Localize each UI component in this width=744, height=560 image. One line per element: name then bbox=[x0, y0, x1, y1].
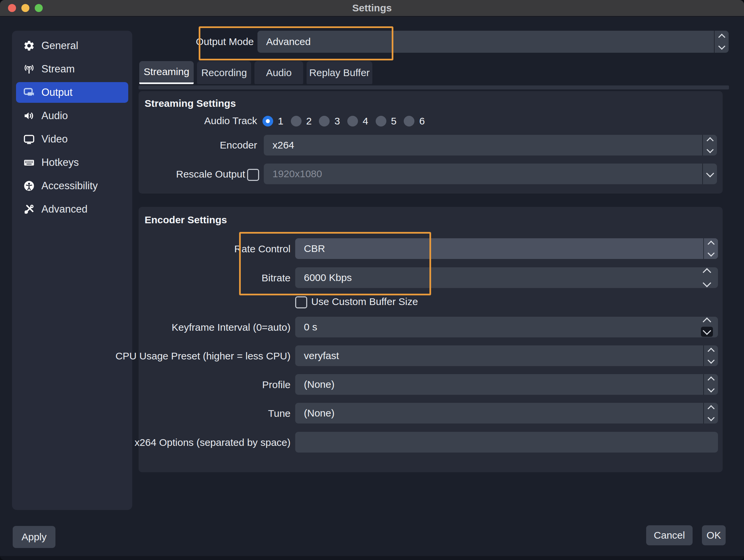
titlebar: Settings bbox=[0, 0, 744, 17]
radio-icon bbox=[404, 116, 414, 126]
keyframe-interval-label: Keyframe Interval (0=auto) bbox=[100, 321, 291, 333]
cpu-usage-preset-select[interactable]: veryfast bbox=[295, 346, 718, 366]
profile-value: (None) bbox=[304, 374, 335, 395]
keyboard-icon bbox=[23, 156, 35, 169]
output-mode-select[interactable]: Advanced bbox=[257, 31, 729, 53]
encoder-value: x264 bbox=[272, 135, 294, 156]
window-title: Settings bbox=[0, 0, 744, 16]
rate-control-value: CBR bbox=[304, 238, 325, 259]
radio-icon bbox=[376, 116, 386, 126]
audio-track-label: Audio Track bbox=[147, 115, 257, 127]
chevron-updown-icon bbox=[703, 403, 718, 424]
radio-icon bbox=[319, 116, 330, 126]
audio-track-1[interactable]: 1 bbox=[262, 116, 284, 127]
sidebar-item-label: Output bbox=[41, 86, 72, 98]
tab-divider bbox=[139, 85, 729, 89]
sidebar-item-output[interactable]: Output bbox=[16, 82, 128, 103]
streaming-settings-title: Streaming Settings bbox=[145, 98, 236, 109]
rescale-output-value: 1920x1080 bbox=[272, 163, 322, 184]
accessibility-icon bbox=[23, 179, 35, 192]
rate-control-label: Rate Control bbox=[100, 243, 291, 255]
sidebar-item-accessibility[interactable]: Accessibility bbox=[16, 175, 128, 196]
encoder-settings-title: Encoder Settings bbox=[145, 214, 227, 226]
tab-streaming[interactable]: Streaming bbox=[139, 61, 194, 84]
sidebar-item-label: Hotkeys bbox=[41, 157, 79, 168]
keyframe-interval-spinner[interactable]: 0 s bbox=[295, 317, 718, 337]
sidebar-item-video[interactable]: Video bbox=[16, 129, 128, 150]
rate-control-select[interactable]: CBR bbox=[295, 238, 718, 259]
audio-track-6[interactable]: 6 bbox=[404, 116, 425, 127]
tune-select[interactable]: (None) bbox=[295, 403, 718, 424]
output-icon bbox=[23, 86, 35, 99]
cpu-usage-preset-label: CPU Usage Preset (higher = less CPU) bbox=[100, 350, 291, 362]
spinner-arrows-icon bbox=[699, 317, 715, 337]
sidebar-item-label: General bbox=[41, 40, 78, 52]
bitrate-spinner[interactable]: 6000 Kbps bbox=[295, 267, 718, 288]
sidebar-item-label: Video bbox=[41, 133, 68, 145]
sidebar-item-label: Audio bbox=[41, 110, 68, 122]
audio-track-radios: 1 2 3 4 5 6 bbox=[262, 116, 432, 127]
gear-icon bbox=[23, 39, 35, 52]
spinner-arrows-icon bbox=[699, 267, 715, 288]
chevron-updown-icon bbox=[702, 135, 717, 156]
sidebar-item-label: Stream bbox=[41, 63, 75, 75]
chevron-updown-icon bbox=[703, 374, 718, 395]
chevron-updown-icon bbox=[703, 346, 718, 366]
audio-track-3[interactable]: 3 bbox=[319, 116, 340, 127]
chevron-updown-icon bbox=[714, 31, 729, 53]
tools-icon bbox=[23, 203, 35, 215]
rescale-output-select[interactable]: 1920x1080 bbox=[264, 163, 717, 184]
display-icon bbox=[23, 133, 35, 146]
speaker-icon bbox=[23, 110, 35, 122]
cpu-usage-preset-value: veryfast bbox=[304, 346, 339, 366]
cancel-button[interactable]: Cancel bbox=[646, 525, 693, 545]
profile-select[interactable]: (None) bbox=[295, 374, 718, 395]
bitrate-value: 6000 Kbps bbox=[304, 267, 351, 288]
x264-options-label: x264 Options (separated by space) bbox=[100, 437, 291, 448]
profile-label: Profile bbox=[100, 379, 291, 391]
audio-track-5[interactable]: 5 bbox=[376, 116, 397, 127]
radio-icon bbox=[291, 116, 302, 126]
use-custom-buffer-size-label: Use Custom Buffer Size bbox=[311, 296, 512, 308]
radio-selected-icon bbox=[262, 116, 273, 126]
tab-recording[interactable]: Recording bbox=[197, 61, 251, 84]
rescale-output-checkbox[interactable] bbox=[247, 169, 259, 181]
sidebar-item-audio[interactable]: Audio bbox=[16, 106, 128, 126]
x264-options-input[interactable] bbox=[295, 432, 718, 452]
tune-value: (None) bbox=[304, 403, 335, 424]
rescale-output-label: Rescale Output bbox=[135, 168, 245, 180]
encoder-select[interactable]: x264 bbox=[264, 135, 717, 156]
sidebar-item-hotkeys[interactable]: Hotkeys bbox=[16, 152, 128, 173]
apply-button[interactable]: Apply bbox=[13, 526, 55, 548]
bitrate-label: Bitrate bbox=[100, 272, 291, 284]
radio-icon bbox=[347, 116, 358, 126]
tab-audio[interactable]: Audio bbox=[255, 61, 303, 84]
audio-track-2[interactable]: 2 bbox=[291, 116, 312, 127]
keyframe-interval-value: 0 s bbox=[304, 317, 317, 337]
settings-window: Settings General Stream bbox=[0, 0, 744, 560]
sidebar-item-advanced[interactable]: Advanced bbox=[16, 199, 128, 219]
sidebar-item-general[interactable]: General bbox=[16, 35, 128, 56]
tab-replay-buffer[interactable]: Replay Buffer bbox=[306, 61, 372, 84]
spinner-down-pressed[interactable] bbox=[701, 327, 713, 337]
tune-label: Tune bbox=[100, 407, 291, 419]
sidebar-item-stream[interactable]: Stream bbox=[16, 59, 128, 79]
audio-track-4[interactable]: 4 bbox=[347, 116, 368, 127]
output-mode-value: Advanced bbox=[266, 31, 310, 53]
use-custom-buffer-size-checkbox[interactable] bbox=[295, 296, 307, 308]
ok-button[interactable]: OK bbox=[702, 525, 726, 545]
encoder-label: Encoder bbox=[147, 139, 257, 151]
broadcast-icon bbox=[23, 63, 35, 75]
window-bottom-edge bbox=[0, 556, 744, 560]
chevron-down-icon bbox=[702, 163, 717, 184]
sidebar-item-label: Advanced bbox=[41, 203, 87, 215]
chevron-updown-icon bbox=[703, 238, 718, 259]
output-mode-label: Output Mode bbox=[144, 36, 254, 48]
sidebar-item-label: Accessibility bbox=[41, 180, 98, 192]
